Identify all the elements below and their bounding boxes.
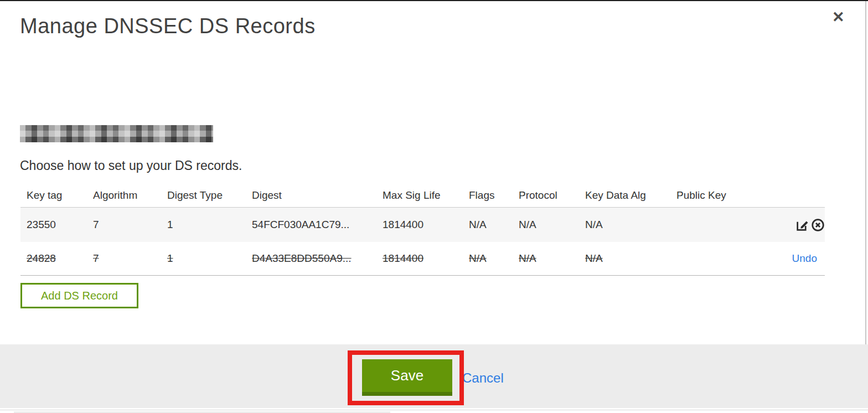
page-title: Manage DNSSEC DS Records <box>20 14 316 38</box>
window-bottom-strip <box>0 408 868 413</box>
column-header-algorithm: Algorithm <box>93 189 167 202</box>
column-header-key-data-alg: Key Data Alg <box>585 189 676 202</box>
cell-digest: D4A33E8DD550A9... <box>252 252 383 265</box>
column-header-public-key: Public Key <box>676 189 757 202</box>
cell-flags: N/A <box>469 219 519 231</box>
cell-key-tag: 23550 <box>20 219 93 231</box>
close-icon[interactable]: ✕ <box>832 10 845 25</box>
cell-algorithm: 7 <box>93 219 167 231</box>
column-header-max-sig-life: Max Sig Life <box>383 189 469 202</box>
column-header-flags: Flags <box>469 189 519 202</box>
save-button[interactable]: Save <box>362 359 452 396</box>
cell-flags: N/A <box>469 252 519 265</box>
column-header-protocol: Protocol <box>519 189 585 202</box>
cell-max-sig-life: 1814400 <box>383 252 469 265</box>
domain-name-redacted <box>20 125 213 142</box>
cancel-link[interactable]: Cancel <box>462 370 504 386</box>
cell-digest-type: 1 <box>167 252 252 265</box>
cell-algorithm: 7 <box>93 252 167 265</box>
row-actions <box>795 218 825 232</box>
delete-icon[interactable] <box>811 218 825 232</box>
table-row: 24828 7 1 D4A33E8DD550A9... 1814400 N/A … <box>20 242 825 276</box>
window-bottom-border <box>0 410 868 410</box>
column-header-key-tag: Key tag <box>20 189 93 202</box>
add-ds-record-button[interactable]: Add DS Record <box>20 283 138 308</box>
table-header-row: Key tag Algorithm Digest Type Digest Max… <box>20 183 825 208</box>
table-row: 23550 7 1 54FCF030AA1C79... 1814400 N/A … <box>20 208 825 242</box>
edit-icon[interactable] <box>795 218 809 232</box>
ds-records-table: Key tag Algorithm Digest Type Digest Max… <box>20 183 825 276</box>
column-header-digest: Digest <box>252 189 383 202</box>
cell-digest: 54FCF030AA1C79... <box>252 219 383 231</box>
column-header-digest-type: Digest Type <box>167 189 252 202</box>
cell-digest-type: 1 <box>167 219 252 231</box>
cell-key-tag: 24828 <box>20 252 93 265</box>
cell-max-sig-life: 1814400 <box>383 219 469 231</box>
window-top-border <box>0 0 868 1</box>
cell-protocol: N/A <box>519 219 585 231</box>
subtitle-text: Choose how to set up your DS records. <box>20 158 242 173</box>
row-actions: Undo <box>792 252 825 265</box>
cell-protocol: N/A <box>519 252 585 265</box>
cell-key-data-alg: N/A <box>585 252 676 265</box>
undo-link[interactable]: Undo <box>792 252 817 264</box>
cell-key-data-alg: N/A <box>585 219 676 231</box>
